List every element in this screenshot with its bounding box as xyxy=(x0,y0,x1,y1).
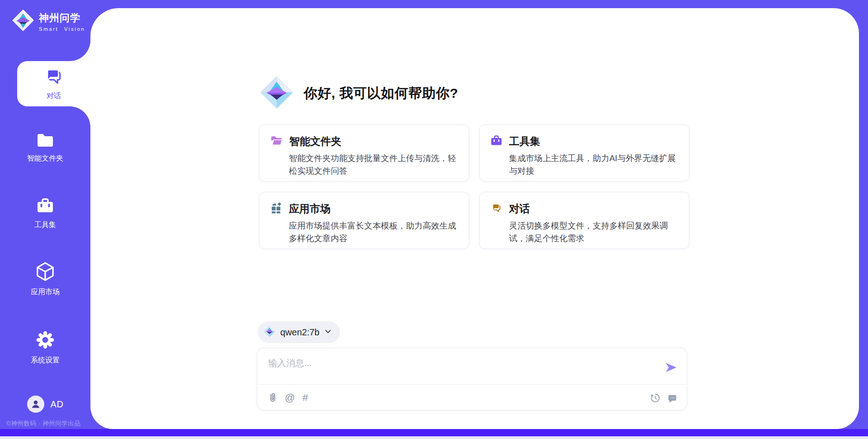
card-description: 应用市场提供丰富长文本模板，助力高效生成多样化文章内容 xyxy=(289,220,461,245)
card-title: 智能文件夹 xyxy=(289,134,341,148)
avatar xyxy=(27,396,44,413)
sidebar-item-label: 应用市场 xyxy=(31,287,60,297)
sidebar-item-smart-folder[interactable]: 智能文件夹 xyxy=(0,133,90,163)
brand-diamond-icon xyxy=(12,9,34,33)
tab-fillet-bottom xyxy=(69,106,90,127)
message-input[interactable] xyxy=(268,357,657,381)
hash-icon[interactable]: # xyxy=(302,393,308,403)
message-composer: @ # xyxy=(257,348,687,410)
greeting-block: 你好, 我可以如何帮助你? xyxy=(259,75,458,112)
folder-open-icon xyxy=(270,135,283,148)
card-smart-folder[interactable]: 智能文件夹 智能文件夹功能支持批量文件上传与清洗，轻松实现文件问答 xyxy=(259,124,469,181)
sidebar-item-settings[interactable]: 系统设置 xyxy=(0,330,90,365)
sidebar-item-label: 工具集 xyxy=(34,220,56,230)
attachment-icon[interactable] xyxy=(268,392,277,403)
model-selector[interactable]: qwen2:7b xyxy=(258,321,340,343)
cube-icon xyxy=(36,262,55,283)
briefcase-icon xyxy=(491,135,502,148)
sidebar-item-label: 智能文件夹 xyxy=(27,154,63,163)
model-name: qwen2:7b xyxy=(280,327,320,338)
chat-bubbles-icon xyxy=(44,67,64,88)
card-chat[interactable]: 对话 灵活切换多模型文件，支持多样回复效果调试，满足个性化需求 xyxy=(479,192,689,249)
greeting-title: 你好, 我可以如何帮助你? xyxy=(304,84,458,103)
card-app-market[interactable]: 应用市场 应用市场提供丰富长文本模板，助力高效生成多样化文章内容 xyxy=(259,192,469,249)
card-description: 灵活切换多模型文件，支持多样回复效果调试，满足个性化需求 xyxy=(509,220,681,245)
card-title: 对话 xyxy=(509,202,530,216)
sidebar-item-label: 系统设置 xyxy=(31,356,60,365)
card-title: 应用市场 xyxy=(289,202,330,216)
user-name: AD xyxy=(51,399,64,410)
chevron-down-icon xyxy=(324,328,332,337)
assistant-diamond-icon xyxy=(259,75,294,112)
history-icon[interactable] xyxy=(650,393,660,403)
bottom-edge xyxy=(0,436,868,439)
card-description: 集成市场上主流工具，助力AI与外界无缝扩展与对接 xyxy=(509,152,681,177)
composer-divider xyxy=(257,384,687,385)
card-description: 智能文件夹功能支持批量文件上传与清洗，轻松实现文件问答 xyxy=(289,152,461,177)
sidebar-item-chat[interactable]: 对话 xyxy=(17,61,90,106)
gear-icon xyxy=(35,330,55,352)
at-sign-icon[interactable]: @ xyxy=(285,393,295,403)
toolbox-icon xyxy=(36,197,54,216)
sidebar-item-label: 对话 xyxy=(47,91,61,101)
card-toolset[interactable]: 工具集 集成市场上主流工具，助力AI与外界无缝扩展与对接 xyxy=(479,124,689,181)
copyright-text: ©神州数码 · 神州问学出品 xyxy=(6,420,80,428)
bottom-strip xyxy=(0,429,868,436)
sidebar-item-toolset[interactable]: 工具集 xyxy=(0,197,90,230)
model-diamond-icon xyxy=(263,325,276,339)
comment-icon[interactable] xyxy=(667,393,678,403)
grid-cube-icon xyxy=(270,202,282,216)
sidebar-item-app-market[interactable]: 应用市场 xyxy=(0,262,90,297)
brand-subtitle: Smart Vision xyxy=(39,26,85,32)
brand-logo: 神州问学 Smart Vision xyxy=(12,9,85,33)
user-account[interactable]: AD xyxy=(0,396,90,413)
card-title: 工具集 xyxy=(509,134,540,148)
folder-icon xyxy=(36,133,54,150)
tab-fillet-top xyxy=(69,40,90,61)
send-button[interactable] xyxy=(664,361,678,376)
chat-bubbles-icon xyxy=(491,202,502,215)
brand-name: 神州问学 xyxy=(39,11,85,25)
